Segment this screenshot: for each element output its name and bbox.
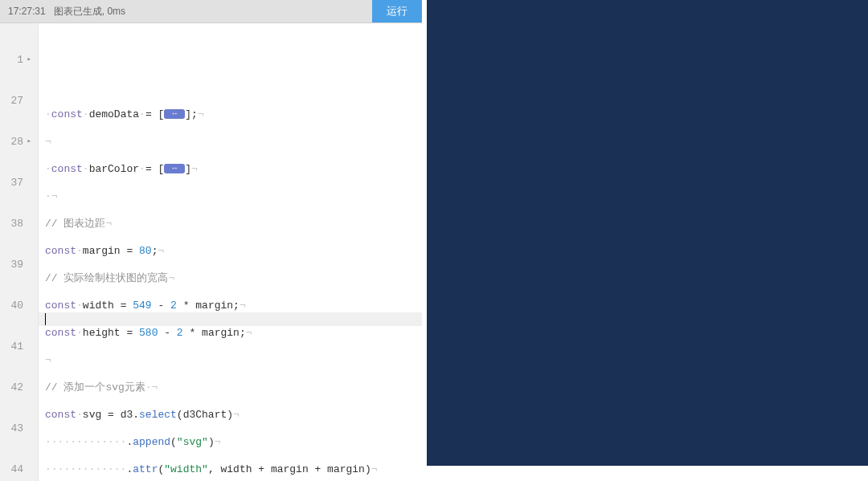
identifier: margin [83,245,121,257]
line-number: 40 [9,299,23,312]
line-number: 38 [9,217,23,230]
line-number: 42 [9,381,23,394]
keyword: const [45,245,76,257]
punct: = [ [145,108,164,120]
identifier: width [83,300,114,312]
keyword: const [51,108,83,120]
identifier: svg [83,409,101,421]
number: 2 [177,327,183,339]
number: 580 [139,327,158,339]
op: * margin; [183,327,246,339]
op: = d3. [101,409,139,421]
status-message: 图表已生成, 0ms [54,5,125,18]
keyword: const [45,300,76,312]
keyword: const [45,327,76,339]
comment: // 实际绘制柱状图的宽高 [45,272,168,284]
op: - [158,327,176,339]
d3-chart-output [427,0,868,466]
editor-pane: 17:27:31 图表已生成, 0ms 运行 1▸ 27 28▸ 37 38 3… [0,0,422,481]
number: 80 [139,245,152,257]
identifier: barColor [89,163,139,175]
string: "width" [164,463,208,475]
folded-region-icon[interactable] [164,164,185,173]
line-number: 39 [9,258,23,271]
line-number: 27 [9,94,23,108]
keyword: const [51,163,83,175]
preview-pane [422,0,868,481]
punct: ) [208,436,215,448]
method: select [139,409,177,421]
fold-toggle-icon[interactable]: ▸ [25,53,31,67]
number: 549 [133,300,151,312]
comment: // 图表边距 [45,218,105,230]
code-editor[interactable]: 1▸ 27 28▸ 37 38 39 40 41 42 43 44 45 46 … [0,23,422,481]
number: 2 [170,300,177,312]
line-number: 37 [9,176,23,190]
identifier: height [83,327,121,339]
op: - [152,300,170,312]
op: = [114,300,133,312]
punct: (d3Chart) [177,409,233,421]
punct: ] [185,163,191,175]
code-body[interactable]: ·const·demoData·= [];¬ ¬ ·const·barColor… [39,23,422,481]
op: = [121,245,139,257]
method: attr [133,463,158,475]
fold-toggle-icon[interactable]: ▸ [25,135,31,149]
status-time: 17:27:31 [8,6,46,17]
app-root: 17:27:31 图表已生成, 0ms 运行 1▸ 27 28▸ 37 38 3… [0,0,868,481]
string: "svg" [177,436,208,448]
line-number: 44 [9,463,23,476]
op: * margin; [177,300,240,312]
comment: // 添加一个svg元素 [45,381,145,393]
op: , width + margin + margin) [208,463,371,475]
punct: ]; [185,108,198,120]
punct: = [ [145,163,164,175]
identifier: demoData [89,108,139,120]
line-number: 28 [9,135,23,149]
line-number: 41 [9,340,23,353]
text-cursor [45,313,46,325]
op: = [121,327,139,339]
line-number: 43 [9,422,23,435]
method: append [133,436,170,448]
keyword: const [45,409,76,421]
status-bar: 17:27:31 图表已生成, 0ms 运行 [0,0,422,23]
punct: ( [170,436,177,448]
run-button[interactable]: 运行 [372,0,422,22]
status-text: 17:27:31 图表已生成, 0ms [0,5,372,18]
gutter: 1▸ 27 28▸ 37 38 39 40 41 42 43 44 45 46 … [0,23,39,481]
line-number: 1 [9,53,23,67]
folded-region-icon[interactable] [164,109,185,119]
